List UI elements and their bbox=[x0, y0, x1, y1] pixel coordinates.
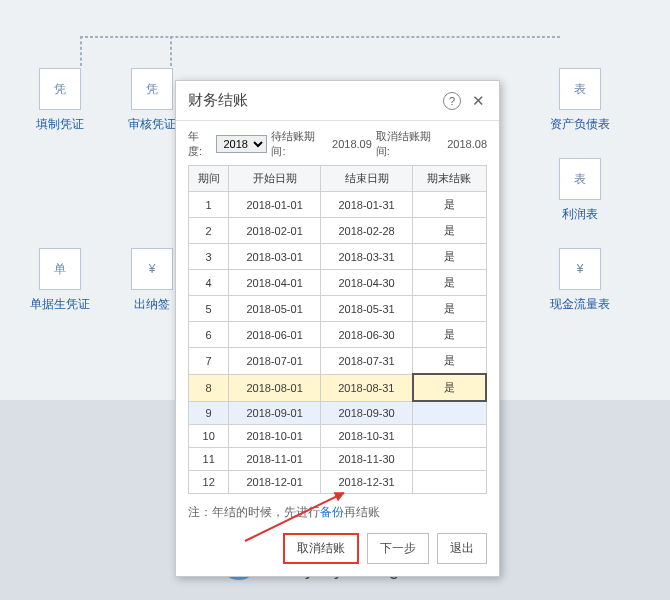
cell: 2018-07-31 bbox=[320, 348, 412, 375]
node-balance-sheet[interactable]: 表资产负债表 bbox=[550, 68, 610, 133]
cell: 是 bbox=[413, 348, 486, 375]
col-end: 结束日期 bbox=[320, 166, 412, 192]
cell: 是 bbox=[413, 296, 486, 322]
backup-link[interactable]: 备份 bbox=[320, 505, 344, 519]
node-label: 资产负债表 bbox=[550, 116, 610, 133]
flow-line bbox=[80, 36, 82, 66]
table-row[interactable]: 22018-02-012018-02-28是 bbox=[189, 218, 487, 244]
cell: 7 bbox=[189, 348, 229, 375]
cell: 1 bbox=[189, 192, 229, 218]
node-label: 出纳签 bbox=[122, 296, 182, 313]
year-select[interactable]: 2018 bbox=[216, 135, 267, 153]
sign-icon: ¥ bbox=[131, 248, 173, 290]
cancel-period-label: 取消结账期间: bbox=[376, 129, 443, 159]
cell: 2018-08-31 bbox=[320, 374, 412, 401]
cell: 3 bbox=[189, 244, 229, 270]
cell: 2018-08-01 bbox=[229, 374, 321, 401]
table-row[interactable]: 52018-05-012018-05-31是 bbox=[189, 296, 487, 322]
cashflow-icon: ¥ bbox=[559, 248, 601, 290]
cancel-period-value: 2018.08 bbox=[447, 138, 487, 150]
cell bbox=[413, 447, 486, 470]
node-cashier-sign[interactable]: ¥出纳签 bbox=[122, 248, 182, 313]
node-label: 利润表 bbox=[550, 206, 610, 223]
cell: 2018-02-28 bbox=[320, 218, 412, 244]
table-row[interactable]: 102018-10-012018-10-31 bbox=[189, 424, 487, 447]
cancel-close-button[interactable]: 取消结账 bbox=[283, 533, 359, 564]
cell: 2018-11-30 bbox=[320, 447, 412, 470]
audit-icon: 凭 bbox=[131, 68, 173, 110]
cell: 2018-07-01 bbox=[229, 348, 321, 375]
cell: 2018-06-30 bbox=[320, 322, 412, 348]
cell: 5 bbox=[189, 296, 229, 322]
cell bbox=[413, 424, 486, 447]
cell: 2018-09-01 bbox=[229, 401, 321, 424]
year-row: 年度: 2018 待结账期间: 2018.09 取消结账期间: 2018.08 bbox=[188, 129, 487, 159]
cell: 2018-04-01 bbox=[229, 270, 321, 296]
cell: 是 bbox=[413, 322, 486, 348]
cell bbox=[413, 401, 486, 424]
voucher-icon: 凭 bbox=[39, 68, 81, 110]
cell: 12 bbox=[189, 470, 229, 493]
cell: 9 bbox=[189, 401, 229, 424]
cell: 2 bbox=[189, 218, 229, 244]
cell: 是 bbox=[413, 218, 486, 244]
table-row[interactable]: 12018-01-012018-01-31是 bbox=[189, 192, 487, 218]
node-label: 审核凭证 bbox=[122, 116, 182, 133]
cell: 11 bbox=[189, 447, 229, 470]
table-row[interactable]: 82018-08-012018-08-31是 bbox=[189, 374, 487, 401]
cell: 2018-05-01 bbox=[229, 296, 321, 322]
cell: 2018-12-01 bbox=[229, 470, 321, 493]
node-cashflow[interactable]: ¥现金流量表 bbox=[550, 248, 610, 313]
cell: 2018-01-01 bbox=[229, 192, 321, 218]
cell: 2018-01-31 bbox=[320, 192, 412, 218]
cell: 是 bbox=[413, 192, 486, 218]
node-label: 现金流量表 bbox=[550, 296, 610, 313]
next-button[interactable]: 下一步 bbox=[367, 533, 429, 564]
table-row[interactable]: 42018-04-012018-04-30是 bbox=[189, 270, 487, 296]
table-row[interactable]: 72018-07-012018-07-31是 bbox=[189, 348, 487, 375]
table-row[interactable]: 112018-11-012018-11-30 bbox=[189, 447, 487, 470]
close-icon[interactable]: ✕ bbox=[469, 92, 487, 110]
cell: 2018-04-30 bbox=[320, 270, 412, 296]
node-label: 单据生凭证 bbox=[30, 296, 90, 313]
finance-close-dialog: 财务结账 ? ✕ 年度: 2018 待结账期间: 2018.09 取消结账期间:… bbox=[175, 80, 500, 577]
table-row[interactable]: 32018-03-012018-03-31是 bbox=[189, 244, 487, 270]
cell: 2018-03-01 bbox=[229, 244, 321, 270]
note-text: 注：年结的时候，先进行备份再结账 bbox=[188, 504, 487, 521]
flow-line bbox=[170, 36, 172, 66]
cell: 4 bbox=[189, 270, 229, 296]
node-label: 填制凭证 bbox=[30, 116, 90, 133]
cell: 2018-11-01 bbox=[229, 447, 321, 470]
table-row[interactable]: 92018-09-012018-09-30 bbox=[189, 401, 487, 424]
cell: 2018-12-31 bbox=[320, 470, 412, 493]
cell: 是 bbox=[413, 270, 486, 296]
doc-icon: 单 bbox=[39, 248, 81, 290]
node-audit-voucher[interactable]: 凭审核凭证 bbox=[122, 68, 182, 133]
node-fill-voucher[interactable]: 凭填制凭证 bbox=[30, 68, 90, 133]
chart-icon: 表 bbox=[559, 158, 601, 200]
sheet-icon: 表 bbox=[559, 68, 601, 110]
cell: 6 bbox=[189, 322, 229, 348]
flow-line bbox=[80, 36, 560, 38]
period-table: 期间 开始日期 结束日期 期末结账 12018-01-012018-01-31是… bbox=[188, 165, 487, 494]
cell: 10 bbox=[189, 424, 229, 447]
cell: 是 bbox=[413, 244, 486, 270]
cell: 8 bbox=[189, 374, 229, 401]
pending-label: 待结账期间: bbox=[271, 129, 328, 159]
cell: 2018-06-01 bbox=[229, 322, 321, 348]
col-start: 开始日期 bbox=[229, 166, 321, 192]
cell: 是 bbox=[413, 374, 486, 401]
dialog-header: 财务结账 ? ✕ bbox=[176, 81, 499, 121]
col-closed: 期末结账 bbox=[413, 166, 486, 192]
cell: 2018-05-31 bbox=[320, 296, 412, 322]
table-row[interactable]: 62018-06-012018-06-30是 bbox=[189, 322, 487, 348]
dialog-title: 财务结账 bbox=[188, 91, 248, 110]
help-icon[interactable]: ? bbox=[443, 92, 461, 110]
year-label: 年度: bbox=[188, 129, 212, 159]
node-doc-voucher[interactable]: 单单据生凭证 bbox=[30, 248, 90, 313]
node-profit[interactable]: 表利润表 bbox=[550, 158, 610, 223]
col-period: 期间 bbox=[189, 166, 229, 192]
cell: 2018-09-30 bbox=[320, 401, 412, 424]
cell: 2018-02-01 bbox=[229, 218, 321, 244]
exit-button[interactable]: 退出 bbox=[437, 533, 487, 564]
